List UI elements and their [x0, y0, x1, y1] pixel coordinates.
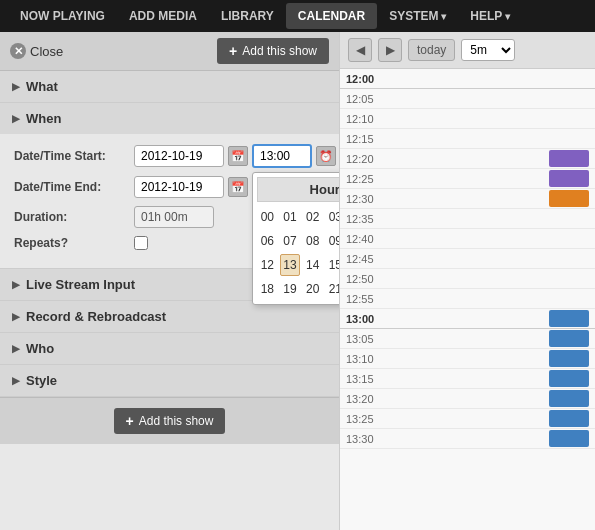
- hour-12[interactable]: 12: [257, 254, 278, 276]
- nav-calendar[interactable]: CALENDAR: [286, 3, 377, 29]
- hour-00[interactable]: 00: [257, 206, 278, 228]
- add-show-button-top[interactable]: + Add this show: [217, 38, 329, 64]
- hour-20[interactable]: 20: [302, 278, 323, 300]
- event-bar-blue-5: [549, 390, 589, 407]
- record-header[interactable]: ▶ Record & Rebroadcast: [0, 301, 339, 332]
- when-header[interactable]: ▶ When: [0, 103, 339, 134]
- hour-02[interactable]: 02: [302, 206, 323, 228]
- event-bar-purple-2: [549, 170, 589, 187]
- record-section: ▶ Record & Rebroadcast: [0, 301, 339, 333]
- record-label: Record & Rebroadcast: [26, 309, 166, 324]
- nav-now-playing[interactable]: NOW PLAYING: [8, 3, 117, 29]
- slot-bar-1200: [386, 69, 589, 88]
- hour-13[interactable]: 13: [280, 254, 301, 276]
- close-label: Close: [30, 44, 63, 59]
- slot-1330: 13:30: [340, 429, 595, 449]
- nav-library[interactable]: LIBRARY: [209, 3, 286, 29]
- event-bar-blue-6: [549, 410, 589, 427]
- time-label-1300: 13:00: [346, 313, 386, 325]
- slot-bar-1210: [386, 109, 589, 128]
- hour-18[interactable]: 18: [257, 278, 278, 300]
- slot-bar-1315: [386, 369, 589, 388]
- left-topbar: ✕ Close + Add this show: [0, 32, 339, 71]
- nav-add-media[interactable]: ADD MEDIA: [117, 3, 209, 29]
- slot-bar-1300: [386, 309, 589, 328]
- main-container: ✕ Close + Add this show ▶ What ▶ When: [0, 32, 595, 530]
- hour-01[interactable]: 01: [280, 206, 301, 228]
- slot-bar-1205: [386, 89, 589, 108]
- interval-select[interactable]: 5m 10m 15m 30m 1h: [461, 39, 515, 61]
- hour-08[interactable]: 08: [302, 230, 323, 252]
- date-start-calendar-icon[interactable]: 📅: [228, 146, 248, 166]
- what-header[interactable]: ▶ What: [0, 71, 339, 102]
- time-label-1235: 12:35: [346, 213, 386, 225]
- time-label-1255: 12:55: [346, 293, 386, 305]
- nav-system[interactable]: SYSTEM: [377, 3, 458, 29]
- close-icon: ✕: [10, 43, 26, 59]
- hour-14[interactable]: 14: [302, 254, 323, 276]
- date-end-calendar-icon[interactable]: 📅: [228, 177, 248, 197]
- time-label-1330: 13:30: [346, 433, 386, 445]
- hour-09[interactable]: 09: [325, 230, 340, 252]
- date-start-input[interactable]: [134, 145, 224, 167]
- when-form: Date/Time Start: 📅 ⏰ Hour Minute: [0, 134, 339, 268]
- hour-19[interactable]: 19: [280, 278, 301, 300]
- slot-bar-1330: [386, 429, 589, 448]
- calendar-next-button[interactable]: ▶: [378, 38, 402, 62]
- event-bar-orange: [549, 190, 589, 207]
- style-header[interactable]: ▶ Style: [0, 365, 339, 396]
- event-bar-blue-7: [549, 430, 589, 447]
- slot-1320: 13:20: [340, 389, 595, 409]
- time-label-1320: 13:20: [346, 393, 386, 405]
- slot-bar-1220: [386, 149, 589, 168]
- date-end-input[interactable]: [134, 176, 224, 198]
- repeats-label: Repeats?: [14, 236, 134, 250]
- time-start-input[interactable]: [252, 144, 312, 168]
- date-end-group: 📅: [134, 176, 248, 198]
- slot-1310: 13:10: [340, 349, 595, 369]
- close-button[interactable]: ✕ Close: [10, 43, 63, 59]
- duration-input[interactable]: [134, 206, 214, 228]
- event-bar-blue-4: [549, 370, 589, 387]
- add-show-button-bottom[interactable]: + Add this show: [114, 408, 226, 434]
- calendar-prev-button[interactable]: ◀: [348, 38, 372, 62]
- duration-label: Duration:: [14, 210, 134, 224]
- time-label-1230: 12:30: [346, 193, 386, 205]
- time-label-1240: 12:40: [346, 233, 386, 245]
- hour-15[interactable]: 15: [325, 254, 340, 276]
- hour-21[interactable]: 21: [325, 278, 340, 300]
- slot-1200: 12:00: [340, 69, 595, 89]
- slot-bar-1310: [386, 349, 589, 368]
- slot-bar-1240: [386, 229, 589, 248]
- left-bottom: + Add this show: [0, 397, 339, 444]
- hour-03[interactable]: 03: [325, 206, 340, 228]
- who-arrow-icon: ▶: [12, 343, 20, 354]
- hour-06[interactable]: 06: [257, 230, 278, 252]
- time-label-1200: 12:00: [346, 73, 386, 85]
- event-bar-blue-3: [549, 350, 589, 367]
- time-picker-popup: Hour Minute 00 01 02 03: [252, 172, 340, 305]
- repeats-checkbox[interactable]: [134, 236, 148, 250]
- clock-icon[interactable]: ⏰: [316, 146, 336, 166]
- nav-help[interactable]: HELP: [458, 3, 522, 29]
- style-arrow-icon: ▶: [12, 375, 20, 386]
- what-label: What: [26, 79, 58, 94]
- today-button[interactable]: today: [408, 39, 455, 61]
- slot-1230: 12:30: [340, 189, 595, 209]
- slot-bar-1230: [386, 189, 589, 208]
- time-start-group: ⏰ Hour Minute 00: [252, 144, 336, 168]
- hour-col-header: Hour: [257, 177, 340, 202]
- slot-bar-1250: [386, 269, 589, 288]
- slot-bar-1235: [386, 209, 589, 228]
- slot-bar-1225: [386, 169, 589, 188]
- who-header[interactable]: ▶ Who: [0, 333, 339, 364]
- add-show-label-bottom: Add this show: [139, 414, 214, 428]
- timeline: 12:00 12:05 12:10 12:15 12:20: [340, 69, 595, 530]
- slot-1315: 13:15: [340, 369, 595, 389]
- what-arrow-icon: ▶: [12, 81, 20, 92]
- slot-1245: 12:45: [340, 249, 595, 269]
- time-label-1215: 12:15: [346, 133, 386, 145]
- left-panel: ✕ Close + Add this show ▶ What ▶ When: [0, 32, 340, 530]
- hour-07[interactable]: 07: [280, 230, 301, 252]
- who-section: ▶ Who: [0, 333, 339, 365]
